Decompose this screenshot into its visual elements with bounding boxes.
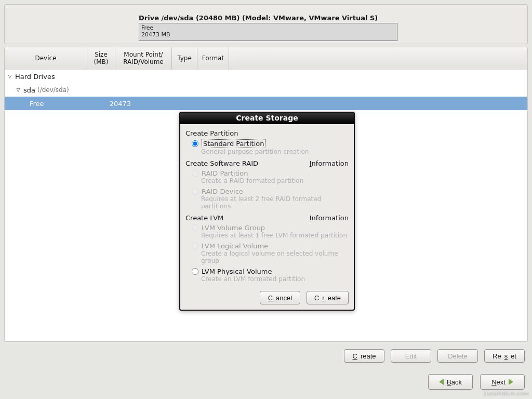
arrow-left-icon [439,379,444,385]
reset-button[interactable]: Reset [484,349,525,363]
col-mount[interactable]: Mount Point/ RAID/Volume [115,47,172,70]
partition-actions: Create Edit Delete Reset [344,349,525,363]
create-storage-dialog: Create Storage Create Partition Standard… [179,112,355,311]
lvm-info-link[interactable]: Information [310,214,349,222]
tree-free-row[interactable]: Free 20473 [5,97,527,110]
disk-name: sda [23,86,35,94]
hint-raid-partition: Create a RAID formated partition [185,177,349,187]
hint-standard-partition: General purpose partition creation [185,148,349,157]
create-button[interactable]: Create [344,349,384,363]
drive-map-size: 20473 MB [141,31,395,38]
radio-lvm-vg [192,224,198,231]
hint-lvm-pv: Create an LVM formated partition [185,275,349,285]
dialog-buttons: Cancel Create [180,287,354,310]
drive-summary-panel: Drive /dev/sda (20480 MB) (Model: VMware… [4,4,528,44]
option-raid-device: RAID Device [185,187,349,195]
col-type[interactable]: Type [172,47,197,70]
option-lvm-vg: LVM Volume Group [185,223,349,232]
option-raid-partition: RAID Partition [185,168,349,177]
label-lvm-pv: LVM Physical Volume [202,268,272,275]
dialog-body: Create Partition Standard Partition Gene… [180,124,354,287]
drive-title: Drive /dev/sda (20480 MB) (Model: VMware… [139,14,378,22]
raid-info-link[interactable]: Information [310,159,349,167]
radio-lvm-lv [192,243,198,249]
tree-root-row[interactable]: ▽Hard Drives [5,70,527,83]
back-button[interactable]: Back [428,374,473,390]
expander-icon[interactable]: ▽ [7,74,13,79]
expander-icon[interactable]: ▽ [15,87,21,92]
radio-lvm-pv[interactable] [192,268,198,275]
label-standard-partition: Standard Partition [202,139,265,148]
watermark: jiaozhidian.com [484,390,529,397]
delete-button: Delete [437,349,478,363]
tree-disk-row[interactable]: ▽sda (/dev/sda) [5,83,527,97]
hint-lvm-vg: Requires at least 1 free LVM formated pa… [185,232,349,241]
section-create-lvm: Create LVM Information [185,212,349,223]
label-lvm-vg: LVM Volume Group [202,224,265,232]
section-create-partition: Create Partition [185,127,349,138]
dialog-title: Create Storage [180,113,354,124]
radio-raid-partition [192,170,198,177]
section-software-raid: Create Software RAID Information [185,157,349,168]
free-size: 20473 [108,100,133,108]
dialog-cancel-button[interactable]: Cancel [260,291,300,304]
option-standard-partition[interactable]: Standard Partition [185,138,349,148]
label-lvm-lv: LVM Logical Volume [202,242,268,250]
col-size[interactable]: Size (MB) [87,47,115,70]
drive-map[interactable]: Free 20473 MB [139,23,397,41]
col-device[interactable]: Device [5,47,87,70]
option-lvm-lv: LVM Logical Volume [185,241,349,250]
label-raid-device: RAID Device [202,188,243,195]
free-label: Free [30,100,44,108]
grid-header: Device Size (MB) Mount Point/ RAID/Volum… [5,47,527,70]
radio-standard-partition[interactable] [192,140,198,147]
label-raid-partition: RAID Partition [202,169,248,177]
arrow-right-icon [509,379,513,385]
tree-root-label: Hard Drives [15,73,55,81]
radio-raid-device [192,188,198,195]
option-lvm-pv[interactable]: LVM Physical Volume [185,267,349,275]
hint-lvm-lv: Create a logical volume on selected volu… [185,250,349,267]
col-format[interactable]: Format [197,47,229,70]
disk-path: (/dev/sda) [37,86,69,94]
wizard-nav: Back Next [428,374,525,390]
edit-button: Edit [391,349,431,363]
next-button[interactable]: Next [480,374,525,390]
drive-map-label: Free [141,24,395,31]
hint-raid-device: Requires at least 2 free RAID formated p… [185,195,349,212]
dialog-create-button[interactable]: Create [307,291,349,304]
